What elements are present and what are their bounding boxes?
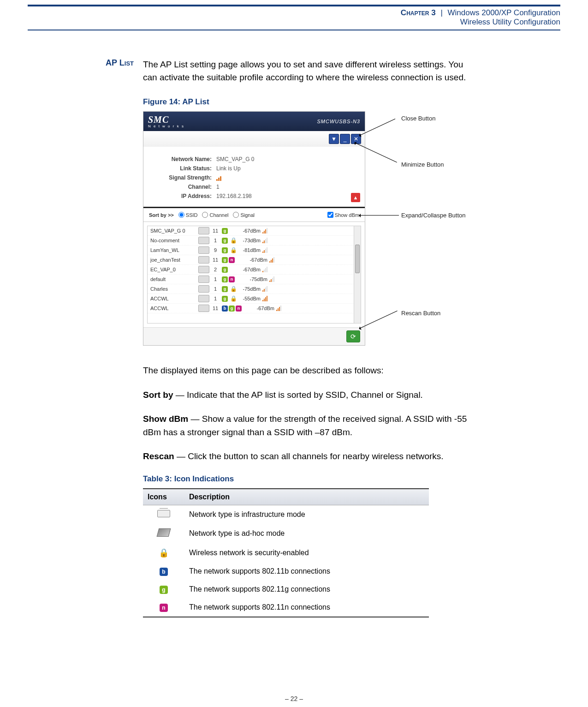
ap-dbm: -75dBm [245,276,267,282]
chapter-label: Chapter 3 [401,8,436,17]
rescan-bar: ⟳ [143,327,365,345]
badge-g-icon: g [222,267,228,273]
ap-row[interactable]: joe_chanTest11gn-67dBm [148,255,361,265]
network-name-value: SMC_VAP_G 0 [216,156,254,162]
ap-row[interactable]: LamYan_WL9g🔒-81dBm [148,246,361,255]
network-type-icon [198,237,209,244]
table-row: Network type is infrastructure mode [143,505,429,524]
signal-icon [262,267,275,272]
figure-caption: Figure 14: AP List [143,97,560,107]
ap-dbm: -81dBm [238,247,261,253]
sort-channel-radio[interactable]: Channel [202,212,228,218]
ap-ssid: EC_VAP_0 [150,267,196,272]
ap-channel: 9 [211,247,220,253]
callout-minimize: Minimize Button [401,161,444,168]
signal-icon [262,286,275,292]
ap-ssid: LamYan_WL [150,247,196,253]
ap-dbm: -67dBm [252,306,274,311]
ap-row[interactable]: ACCWL1g🔒-55dBm [148,294,361,304]
callout-close: Close Button [401,115,435,122]
link-status-value: Link is Up [216,165,241,172]
ap-badges: g [221,295,228,302]
link-status-label: Link Status: [152,165,212,172]
desc-showdbm: Show dBm — Show a value for the strength… [143,413,475,439]
icon-cell: n [143,599,184,617]
icon-table: Icons Description Network type is infras… [143,488,429,617]
ap-dbm: -67dBm [245,257,267,263]
ap-dbm: -67dBm [238,228,261,234]
signal-icon [269,276,282,282]
sort-label: Sort by >> [149,212,174,218]
ap-dbm: -73dBm [238,238,261,243]
ip-value: 192.168.2.198 [216,193,252,199]
scrollbar-thumb[interactable] [355,245,360,273]
badge-g-icon: g [222,296,228,302]
ap-ssid: ACCWL [150,296,196,301]
collapse-button[interactable]: ▼ [329,134,339,144]
ap-row[interactable]: EC_VAP_02g-67dBm [148,265,361,275]
network-type-icon [198,266,209,273]
ap-row[interactable]: Charles1g🔒-75dBm [148,284,361,294]
channel-value: 1 [216,184,220,190]
table-row: 🔒Wireless network is security-enabled [143,543,429,563]
network-name-label: Network Name: [152,156,212,162]
header-title-1: Windows 2000/XP Configuration [448,8,560,17]
description-cell: The network supports 802.11b connections [184,563,429,581]
signal-icon [262,247,275,253]
network-type-icon [198,305,209,312]
signal-icon [276,306,289,311]
ap-row[interactable]: No-comment1g🔒-73dBm [148,236,361,246]
infrastructure-icon [157,510,170,517]
badge-n-icon: n [229,276,235,282]
badge-g-icon: g [222,247,228,253]
expand-collapse-button[interactable]: ▲ [351,193,360,202]
ap-row[interactable]: default1gn-75dBm [148,275,361,284]
page-number: – 22 – [0,695,588,702]
scrollbar[interactable] [354,226,361,323]
adhoc-icon [157,528,171,537]
badge-n-icon: n [236,306,242,312]
minimize-button[interactable]: _ [340,134,350,144]
ap-row[interactable]: SMC_VAP_G 011g-67dBm [148,226,361,236]
badge-g-icon: g [222,228,228,234]
table-row: Network type is ad-hoc mode [143,524,429,543]
ap-channel: 11 [211,257,220,263]
icon-cell: 🔒 [143,543,184,563]
desc-lead: The displayed items on this page can be … [143,364,475,377]
description-cell: Network type is ad-hoc mode [184,524,429,543]
window-buttons: ▼ _ ✕ [143,131,365,147]
badge-b-icon: b [160,568,168,576]
network-type-icon [198,285,209,293]
ap-row[interactable]: ACCWL11bgn-67dBm [148,304,361,313]
ap-ssid: SMC_VAP_G 0 [150,228,196,234]
ap-dbm: -67dBm [238,267,261,272]
network-type-icon [198,295,209,302]
signal-icon [262,238,275,243]
ap-channel: 11 [211,228,220,234]
ap-badges: bgn [221,305,242,312]
figure-wrapper: SMC N e t w o r k s SMCWUSBS-N3 ▼ _ ✕ Ne… [143,111,475,346]
network-type-icon [198,256,209,264]
badge-g-icon: g [222,286,228,292]
rescan-button[interactable]: ⟳ [346,330,360,342]
signal-icon [269,257,282,263]
badge-g-icon: g [222,238,228,244]
sort-ssid-radio[interactable]: SSID [178,212,198,218]
show-dbm-checkbox[interactable]: Show dBm [327,212,359,218]
sort-signal-radio[interactable]: Signal [233,212,255,218]
desc-sortby: Sort by — Indicate that the AP list is s… [143,389,475,402]
icon-cell [143,524,184,543]
ap-badges: gn [221,257,235,263]
callout-rescan: Rescan Button [401,310,440,317]
ap-ssid: Charles [150,286,196,292]
title-bar: SMC N e t w o r k s SMCWUSBS-N3 [143,112,365,131]
description-cell: The network supports 802.11n connections [184,599,429,617]
description-cell: Wireless network is security-enabled [184,543,429,563]
table-header-desc: Description [184,489,429,505]
ap-channel: 1 [211,286,220,292]
brand-logo: SMC [148,114,169,125]
callout-expand: Expand/Collaspe Button [401,212,465,219]
lock-icon: 🔒 [230,286,237,292]
badge-n-icon: n [229,257,235,263]
ap-badges: g [221,266,228,273]
